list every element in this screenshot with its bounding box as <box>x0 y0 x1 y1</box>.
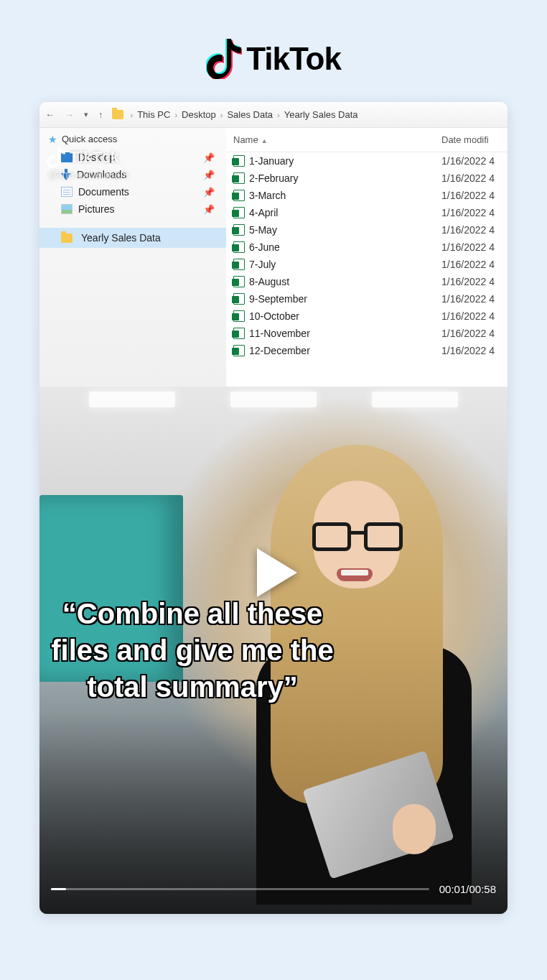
time-display: 00:01/00:58 <box>439 883 496 895</box>
folder-icon <box>112 110 123 119</box>
excel-icon <box>233 293 245 305</box>
brand-name: TikTok <box>246 41 341 77</box>
file-date: 1/16/2022 4 <box>441 259 500 270</box>
progress-track[interactable] <box>51 888 429 890</box>
tiktok-header-logo: TikTok <box>206 39 341 79</box>
sidebar-selected-folder[interactable]: Yearly Sales Data <box>39 228 226 248</box>
quick-item-documents[interactable]: Documents 📌 <box>39 183 226 200</box>
file-row[interactable]: 7-July1/16/2022 4 <box>226 256 508 273</box>
selected-folder-label: Yearly Sales Data <box>81 232 161 244</box>
file-name: 8-August <box>249 276 289 287</box>
column-date-header[interactable]: Date modifi <box>441 134 500 145</box>
file-name: 10-October <box>249 310 299 322</box>
tiktok-note-icon <box>206 39 242 79</box>
excel-icon <box>233 224 245 236</box>
progress-fill <box>51 888 66 890</box>
excel-icon <box>233 276 245 287</box>
file-name: 12-December <box>249 345 310 356</box>
file-date: 1/16/2022 4 <box>441 293 500 305</box>
breadcrumb-segment[interactable]: This PC <box>137 109 170 120</box>
file-date: 1/16/2022 4 <box>441 276 500 287</box>
progress-bar[interactable]: 00:01/00:58 <box>51 883 496 895</box>
explorer-sidebar: ★ Quick access Desktop 📌 Downloads 📌 Doc… <box>39 128 226 387</box>
file-name: 1-January <box>249 155 294 167</box>
column-headers[interactable]: Name▲ Date modifi <box>226 128 508 152</box>
column-name-header[interactable]: Name <box>233 134 258 145</box>
breadcrumb-segment[interactable]: Desktop <box>182 109 216 120</box>
video-caption: “Combine all these files and give me the… <box>50 596 335 706</box>
excel-icon <box>233 207 245 218</box>
quick-access-header[interactable]: ★ Quick access <box>39 131 226 147</box>
file-row[interactable]: 1-January1/16/2022 4 <box>226 152 508 170</box>
downloads-icon <box>61 169 71 180</box>
nav-forward-icon[interactable]: → <box>65 109 74 120</box>
quick-item-label: Documents <box>78 186 129 198</box>
quick-item-label: Desktop <box>78 152 115 163</box>
pin-icon: 📌 <box>203 170 215 180</box>
file-date: 1/16/2022 4 <box>441 155 500 167</box>
breadcrumb-segment[interactable]: Sales Data <box>227 109 273 120</box>
file-name: 2-February <box>249 172 298 184</box>
file-name: 3-March <box>249 190 286 201</box>
file-row[interactable]: 4-April1/16/2022 4 <box>226 204 508 221</box>
nav-back-icon[interactable]: ← <box>45 109 55 120</box>
file-date: 1/16/2022 4 <box>441 328 500 339</box>
nav-up-icon[interactable]: ↑ <box>98 109 103 120</box>
file-row[interactable]: 3-March1/16/2022 4 <box>226 187 508 204</box>
excel-icon <box>233 259 245 270</box>
video-frame[interactable]: “Combine all these files and give me the… <box>39 387 508 914</box>
file-row[interactable]: 10-October1/16/2022 4 <box>226 308 508 325</box>
file-date: 1/16/2022 4 <box>441 224 500 236</box>
excel-icon <box>233 190 245 201</box>
documents-icon <box>61 187 73 197</box>
excel-icon <box>233 172 245 184</box>
excel-icon <box>233 345 245 356</box>
excel-icon <box>233 155 245 167</box>
quick-item-desktop[interactable]: Desktop 📌 <box>39 149 226 166</box>
file-row[interactable]: 6-June1/16/2022 4 <box>226 239 508 256</box>
file-date: 1/16/2022 4 <box>441 310 500 322</box>
desktop-icon <box>61 152 73 162</box>
quick-item-label: Pictures <box>78 203 115 215</box>
file-name: 7-July <box>249 259 276 270</box>
excel-icon <box>233 241 245 253</box>
play-icon <box>257 548 297 597</box>
pin-icon: 📌 <box>203 187 215 198</box>
file-date: 1/16/2022 4 <box>441 190 500 201</box>
file-row[interactable]: 5-May1/16/2022 4 <box>226 221 508 239</box>
play-button[interactable] <box>239 538 308 607</box>
star-icon: ★ <box>48 134 57 144</box>
file-name: 5-May <box>249 224 277 236</box>
breadcrumb-segment[interactable]: Yearly Sales Data <box>284 109 358 120</box>
file-pane: Name▲ Date modifi 1-January1/16/2022 42-… <box>226 128 508 387</box>
file-row[interactable]: 11-November1/16/2022 4 <box>226 325 508 342</box>
pictures-icon <box>61 204 73 214</box>
quick-item-label: Downloads <box>77 169 126 180</box>
file-name: 11-November <box>249 328 310 339</box>
file-date: 1/16/2022 4 <box>441 172 500 184</box>
nav-recent-icon[interactable]: ▾ <box>84 110 88 119</box>
file-date: 1/16/2022 4 <box>441 207 500 218</box>
folder-icon <box>61 234 73 243</box>
explorer-address-bar: ← → ▾ ↑ › This PC › Desktop › Sales Data… <box>39 102 508 128</box>
file-list: 1-January1/16/2022 42-February1/16/2022 … <box>226 152 508 359</box>
quick-item-downloads[interactable]: Downloads 📌 <box>39 166 226 183</box>
file-row[interactable]: 12-December1/16/2022 4 <box>226 342 508 359</box>
file-row[interactable]: 9-September1/16/2022 4 <box>226 290 508 308</box>
video-card: ← → ▾ ↑ › This PC › Desktop › Sales Data… <box>39 102 508 914</box>
pin-icon: 📌 <box>203 152 215 163</box>
file-name: 6-June <box>249 241 280 253</box>
file-name: 4-April <box>249 207 278 218</box>
file-row[interactable]: 2-February1/16/2022 4 <box>226 170 508 187</box>
file-date: 1/16/2022 4 <box>441 241 500 253</box>
pin-icon: 📌 <box>203 204 215 215</box>
breadcrumb[interactable]: › This PC › Desktop › Sales Data › Yearl… <box>112 109 358 120</box>
file-name: 9-September <box>249 293 307 305</box>
quick-access-label: Quick access <box>62 134 117 144</box>
file-explorer: ← → ▾ ↑ › This PC › Desktop › Sales Data… <box>39 102 508 387</box>
file-date: 1/16/2022 4 <box>441 345 500 356</box>
excel-icon <box>233 328 245 339</box>
file-row[interactable]: 8-August1/16/2022 4 <box>226 273 508 290</box>
excel-icon <box>233 310 245 322</box>
quick-item-pictures[interactable]: Pictures 📌 <box>39 200 226 218</box>
